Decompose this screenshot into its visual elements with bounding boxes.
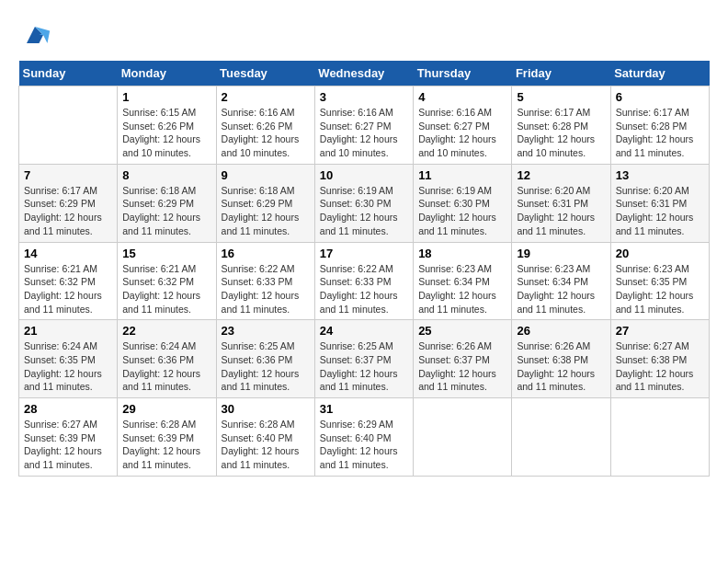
- day-number: 30: [222, 402, 310, 416]
- day-info: Sunrise: 6:24 AMSunset: 6:36 PMDaylight:…: [122, 339, 210, 394]
- day-info: Sunrise: 6:16 AMSunset: 6:27 PMDaylight:…: [418, 106, 506, 160]
- calendar-cell: 18Sunrise: 6:23 AMSunset: 6:34 PMDayligh…: [414, 242, 512, 320]
- calendar-cell: 12Sunrise: 6:20 AMSunset: 6:31 PMDayligh…: [512, 164, 610, 242]
- day-info: Sunrise: 6:28 AMSunset: 6:40 PMDaylight:…: [222, 418, 310, 472]
- day-info: Sunrise: 6:22 AMSunset: 6:33 PMDaylight:…: [320, 262, 408, 316]
- day-info: Sunrise: 6:23 AMSunset: 6:34 PMDaylight:…: [517, 262, 605, 316]
- calendar-week-row: 14Sunrise: 6:21 AMSunset: 6:32 PMDayligh…: [19, 242, 710, 320]
- day-info: Sunrise: 6:24 AMSunset: 6:35 PMDaylight:…: [24, 339, 112, 394]
- day-info: Sunrise: 6:17 AMSunset: 6:28 PMDaylight:…: [616, 106, 704, 160]
- logo-icon: [18, 18, 51, 52]
- day-number: 12: [517, 168, 605, 182]
- weekday-header: Sunday: [19, 61, 118, 86]
- day-number: 20: [616, 247, 704, 260]
- calendar-cell: 8Sunrise: 6:18 AMSunset: 6:29 PMDaylight…: [118, 164, 216, 242]
- calendar-week-row: 1Sunrise: 6:15 AMSunset: 6:26 PMDaylight…: [19, 86, 710, 165]
- calendar-cell: 5Sunrise: 6:17 AMSunset: 6:28 PMDaylight…: [512, 86, 610, 165]
- day-number: 24: [320, 324, 408, 338]
- day-number: 25: [418, 324, 506, 338]
- day-info: Sunrise: 6:25 AMSunset: 6:36 PMDaylight:…: [222, 339, 310, 394]
- day-number: 5: [517, 90, 605, 104]
- day-number: 28: [24, 402, 112, 416]
- day-info: Sunrise: 6:20 AMSunset: 6:31 PMDaylight:…: [517, 184, 605, 238]
- calendar-cell: [19, 86, 118, 165]
- day-info: Sunrise: 6:17 AMSunset: 6:29 PMDaylight:…: [24, 184, 112, 238]
- calendar-cell: 28Sunrise: 6:27 AMSunset: 6:39 PMDayligh…: [19, 398, 118, 477]
- calendar-cell: 2Sunrise: 6:16 AMSunset: 6:26 PMDaylight…: [216, 86, 314, 165]
- calendar-cell: 15Sunrise: 6:21 AMSunset: 6:32 PMDayligh…: [118, 242, 216, 320]
- day-number: 27: [616, 324, 704, 338]
- calendar-week-row: 28Sunrise: 6:27 AMSunset: 6:39 PMDayligh…: [19, 398, 710, 477]
- calendar-cell: 1Sunrise: 6:15 AMSunset: 6:26 PMDaylight…: [118, 86, 216, 165]
- day-info: Sunrise: 6:18 AMSunset: 6:29 PMDaylight:…: [222, 184, 310, 238]
- header-row: SundayMondayTuesdayWednesdayThursdayFrid…: [19, 61, 710, 86]
- calendar-cell: 14Sunrise: 6:21 AMSunset: 6:32 PMDayligh…: [19, 242, 118, 320]
- day-number: 7: [24, 168, 112, 182]
- calendar-cell: [414, 398, 512, 477]
- calendar-week-row: 21Sunrise: 6:24 AMSunset: 6:35 PMDayligh…: [19, 320, 710, 398]
- calendar-cell: 27Sunrise: 6:27 AMSunset: 6:38 PMDayligh…: [610, 320, 709, 398]
- day-number: 21: [24, 324, 112, 338]
- day-number: 3: [320, 90, 408, 104]
- day-number: 29: [122, 402, 210, 416]
- day-info: Sunrise: 6:21 AMSunset: 6:32 PMDaylight:…: [24, 262, 112, 316]
- day-number: 6: [616, 90, 704, 104]
- calendar-cell: 7Sunrise: 6:17 AMSunset: 6:29 PMDaylight…: [19, 164, 118, 242]
- weekday-header: Saturday: [610, 61, 709, 86]
- day-info: Sunrise: 6:20 AMSunset: 6:31 PMDaylight:…: [616, 184, 704, 238]
- day-info: Sunrise: 6:23 AMSunset: 6:34 PMDaylight:…: [418, 262, 506, 316]
- day-number: 1: [122, 90, 210, 104]
- calendar-cell: 23Sunrise: 6:25 AMSunset: 6:36 PMDayligh…: [216, 320, 314, 398]
- weekday-header: Thursday: [414, 61, 512, 86]
- calendar-cell: [512, 398, 610, 477]
- weekday-header: Monday: [118, 61, 216, 86]
- day-number: 15: [122, 247, 210, 260]
- day-info: Sunrise: 6:17 AMSunset: 6:28 PMDaylight:…: [517, 106, 605, 160]
- day-number: 8: [122, 168, 210, 182]
- day-info: Sunrise: 6:26 AMSunset: 6:37 PMDaylight:…: [418, 339, 506, 394]
- day-info: Sunrise: 6:18 AMSunset: 6:29 PMDaylight:…: [122, 184, 210, 238]
- calendar-cell: 30Sunrise: 6:28 AMSunset: 6:40 PMDayligh…: [216, 398, 314, 477]
- calendar-cell: 10Sunrise: 6:19 AMSunset: 6:30 PMDayligh…: [314, 164, 413, 242]
- day-number: 31: [320, 402, 408, 416]
- day-number: 22: [122, 324, 210, 338]
- calendar-cell: 21Sunrise: 6:24 AMSunset: 6:35 PMDayligh…: [19, 320, 118, 398]
- calendar-cell: 24Sunrise: 6:25 AMSunset: 6:37 PMDayligh…: [314, 320, 413, 398]
- calendar-cell: 6Sunrise: 6:17 AMSunset: 6:28 PMDaylight…: [610, 86, 709, 165]
- day-number: 18: [418, 247, 506, 260]
- day-number: 10: [320, 168, 408, 182]
- calendar-table: SundayMondayTuesdayWednesdayThursdayFrid…: [18, 61, 710, 477]
- calendar-week-row: 7Sunrise: 6:17 AMSunset: 6:29 PMDaylight…: [19, 164, 710, 242]
- day-number: 16: [222, 247, 310, 260]
- logo: [18, 18, 57, 52]
- day-info: Sunrise: 6:23 AMSunset: 6:35 PMDaylight:…: [616, 262, 704, 316]
- calendar-cell: 19Sunrise: 6:23 AMSunset: 6:34 PMDayligh…: [512, 242, 610, 320]
- day-info: Sunrise: 6:28 AMSunset: 6:39 PMDaylight:…: [122, 418, 210, 472]
- day-number: 23: [222, 324, 310, 338]
- calendar-cell: 16Sunrise: 6:22 AMSunset: 6:33 PMDayligh…: [216, 242, 314, 320]
- day-number: 26: [517, 324, 605, 338]
- day-info: Sunrise: 6:16 AMSunset: 6:26 PMDaylight:…: [222, 106, 310, 160]
- day-info: Sunrise: 6:27 AMSunset: 6:38 PMDaylight:…: [616, 339, 704, 394]
- day-info: Sunrise: 6:26 AMSunset: 6:38 PMDaylight:…: [517, 339, 605, 394]
- day-info: Sunrise: 6:29 AMSunset: 6:40 PMDaylight:…: [320, 418, 408, 472]
- calendar-cell: 20Sunrise: 6:23 AMSunset: 6:35 PMDayligh…: [610, 242, 709, 320]
- calendar-cell: 22Sunrise: 6:24 AMSunset: 6:36 PMDayligh…: [118, 320, 216, 398]
- day-number: 13: [616, 168, 704, 182]
- day-number: 11: [418, 168, 506, 182]
- day-info: Sunrise: 6:19 AMSunset: 6:30 PMDaylight:…: [418, 184, 506, 238]
- day-info: Sunrise: 6:19 AMSunset: 6:30 PMDaylight:…: [320, 184, 408, 238]
- page-header: [18, 18, 710, 52]
- day-info: Sunrise: 6:25 AMSunset: 6:37 PMDaylight:…: [320, 339, 408, 394]
- day-number: 9: [222, 168, 310, 182]
- calendar-cell: 11Sunrise: 6:19 AMSunset: 6:30 PMDayligh…: [414, 164, 512, 242]
- calendar-cell: 26Sunrise: 6:26 AMSunset: 6:38 PMDayligh…: [512, 320, 610, 398]
- day-info: Sunrise: 6:27 AMSunset: 6:39 PMDaylight:…: [24, 418, 112, 472]
- calendar-cell: 29Sunrise: 6:28 AMSunset: 6:39 PMDayligh…: [118, 398, 216, 477]
- day-info: Sunrise: 6:15 AMSunset: 6:26 PMDaylight:…: [122, 106, 210, 160]
- day-number: 17: [320, 247, 408, 260]
- day-number: 4: [418, 90, 506, 104]
- calendar-cell: 17Sunrise: 6:22 AMSunset: 6:33 PMDayligh…: [314, 242, 413, 320]
- calendar-cell: 3Sunrise: 6:16 AMSunset: 6:27 PMDaylight…: [314, 86, 413, 165]
- weekday-header: Wednesday: [314, 61, 413, 86]
